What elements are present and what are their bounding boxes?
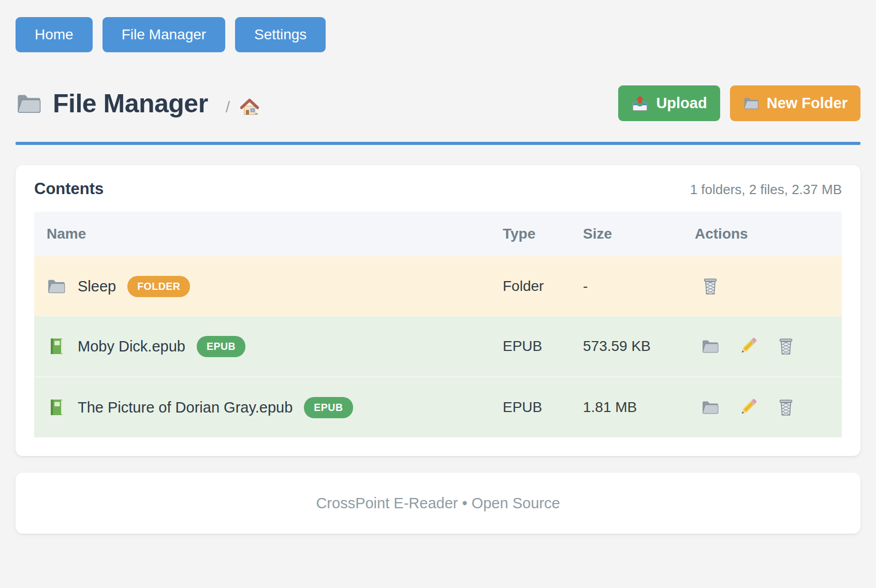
folder-icon (16, 92, 42, 115)
outbox-tray-icon (631, 95, 649, 112)
contents-card: Contents 1 folders, 2 files, 2.37 MB Nam… (16, 165, 860, 456)
table-row-folder-sleep: Sleep FOLDER Folder - (34, 256, 842, 316)
green-book-icon (47, 399, 66, 416)
folder-icon (701, 398, 720, 417)
file-manager-page: Home File Manager Settings File Manager … (0, 0, 876, 534)
home-icon[interactable] (240, 98, 259, 116)
page-header: File Manager / Upload New Folder (16, 85, 860, 121)
actions-cell (701, 398, 842, 417)
delete-button[interactable] (777, 337, 795, 356)
table-row-file-dorian-gray: The Picture of Dorian Gray.epub EPUB EPU… (34, 377, 842, 437)
type-cell: EPUB (503, 377, 583, 437)
upload-button[interactable]: Upload (618, 85, 720, 121)
page-title: File Manager (53, 89, 208, 119)
title-divider (16, 142, 860, 145)
contents-summary: 1 folders, 2 files, 2.37 MB (690, 182, 842, 198)
epub-badge: EPUB (304, 397, 353, 418)
column-header-name: Name (34, 212, 503, 256)
file-name-link[interactable]: The Picture of Dorian Gray.epub (78, 399, 293, 416)
contents-heading: Contents (34, 180, 104, 198)
folder-icon (47, 277, 66, 295)
contents-table: Name Type Size Actions Sleep FOLDER (34, 212, 842, 437)
actions-cell (701, 277, 842, 296)
size-cell: 1.81 MB (583, 377, 695, 437)
move-button[interactable] (701, 337, 720, 356)
header-actions: Upload New Folder (618, 85, 860, 121)
name-cell: Moby Dick.epub EPUB (34, 336, 503, 357)
trash-icon (701, 277, 720, 296)
trash-icon (777, 398, 795, 417)
epub-badge: EPUB (197, 336, 245, 357)
nav-settings-button[interactable]: Settings (235, 17, 326, 52)
green-book-icon (47, 337, 66, 355)
contents-card-header: Contents 1 folders, 2 files, 2.37 MB (34, 180, 842, 198)
breadcrumb-separator: / (226, 98, 230, 116)
delete-button[interactable] (777, 398, 795, 417)
delete-button[interactable] (701, 277, 720, 296)
file-name-link[interactable]: Moby Dick.epub (78, 338, 185, 355)
name-cell: Sleep FOLDER (34, 276, 503, 297)
top-nav: Home File Manager Settings (0, 0, 876, 52)
folder-badge: FOLDER (127, 276, 190, 297)
folder-icon (701, 337, 720, 356)
upload-button-label: Upload (656, 95, 707, 112)
title-group: File Manager / (16, 89, 259, 119)
rename-button[interactable] (739, 337, 757, 356)
size-cell: 573.59 KB (583, 316, 695, 377)
folder-name-link[interactable]: Sleep (78, 278, 116, 295)
folder-icon (743, 96, 760, 111)
table-header-row: Name Type Size Actions (34, 212, 842, 256)
nav-file-manager-button[interactable]: File Manager (103, 17, 225, 52)
rename-button[interactable] (739, 398, 757, 417)
type-cell: EPUB (503, 316, 583, 377)
nav-home-button[interactable]: Home (16, 17, 93, 52)
trash-icon (777, 337, 795, 356)
pencil-icon (739, 337, 757, 356)
footer-text: CrossPoint E-Reader • Open Source (316, 495, 560, 512)
column-header-type: Type (503, 212, 583, 256)
name-cell: The Picture of Dorian Gray.epub EPUB (34, 397, 503, 418)
move-button[interactable] (701, 398, 720, 417)
column-header-actions: Actions (695, 212, 842, 256)
actions-cell (701, 337, 842, 356)
pencil-icon (739, 398, 757, 417)
new-folder-button[interactable]: New Folder (730, 85, 860, 121)
size-cell: - (583, 256, 695, 316)
type-cell: Folder (503, 256, 583, 316)
table-row-file-moby-dick: Moby Dick.epub EPUB EPUB 573.59 KB (34, 316, 842, 377)
footer: CrossPoint E-Reader • Open Source (16, 473, 860, 534)
column-header-size: Size (583, 212, 695, 256)
new-folder-button-label: New Folder (767, 95, 848, 112)
